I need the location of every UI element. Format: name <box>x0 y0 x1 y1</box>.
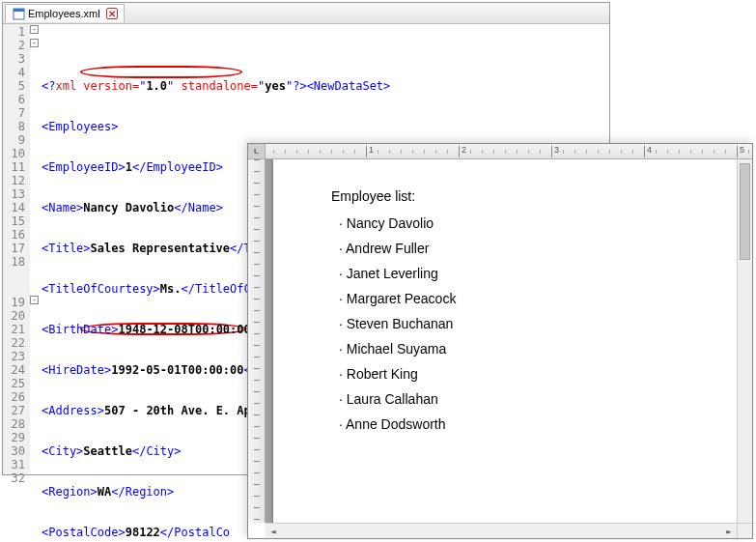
line-number: 15 <box>3 214 25 228</box>
list-item: · Andrew Fuller <box>339 241 679 256</box>
line-number <box>3 269 25 282</box>
line-number: 2 <box>3 39 25 52</box>
list-item: · Laura Callahan <box>339 391 679 407</box>
line-number: 1 <box>3 25 25 39</box>
line-number: 26 <box>3 390 25 404</box>
list-item: · Anne Dodsworth <box>339 416 679 432</box>
line-number: 25 <box>3 377 25 390</box>
list-item: · Margaret Peacock <box>339 291 679 306</box>
line-number: 16 <box>3 228 25 242</box>
ruler-label: 1 <box>369 145 374 155</box>
document-viewer-panel: L 12345 Employee list: · Nancy Davolio· … <box>247 143 753 539</box>
line-number: 18 <box>3 255 25 269</box>
line-number-gutter: 1234567891011121314151617181920212223242… <box>3 24 30 474</box>
line-number: 20 <box>3 309 25 323</box>
line-number: 4 <box>3 66 25 79</box>
line-number <box>3 282 25 296</box>
document-content-area: Employee list: · Nancy Davolio· Andrew F… <box>266 159 737 523</box>
line-number: 27 <box>3 404 25 417</box>
line-number: 11 <box>3 160 25 174</box>
scroll-left-icon[interactable]: ◄ <box>266 525 281 538</box>
list-item: · Robert King <box>339 366 679 382</box>
fold-column: - - - <box>30 24 40 474</box>
line-number: 9 <box>3 133 25 147</box>
line-number: 22 <box>3 336 25 350</box>
list-item: · Nancy Davolio <box>339 215 679 231</box>
doc-title: Employee list: <box>331 188 679 204</box>
ruler-label: 3 <box>554 145 559 155</box>
line-number: 31 <box>3 458 25 471</box>
line-number: 23 <box>3 350 25 363</box>
ruler-label: 5 <box>740 145 744 155</box>
vertical-scrollbar[interactable] <box>737 159 752 523</box>
highlight-circle <box>80 66 242 78</box>
line-number: 3 <box>3 52 25 66</box>
line-number: 19 <box>3 296 25 309</box>
line-number: 5 <box>3 79 25 93</box>
line-number: 12 <box>3 174 25 187</box>
ruler-corner: L <box>248 144 266 159</box>
fold-toggle[interactable]: - <box>30 25 39 34</box>
horizontal-ruler: 12345 <box>266 144 752 159</box>
list-item: · Michael Suyama <box>339 341 679 357</box>
line-number: 8 <box>3 120 25 133</box>
line-number: 17 <box>3 242 25 255</box>
xml-file-icon <box>12 7 25 20</box>
file-tab[interactable]: Employees.xml ✕ <box>5 4 125 22</box>
line-number: 7 <box>3 106 25 120</box>
tab-close-icon[interactable]: ✕ <box>106 8 118 19</box>
line-number: 28 <box>3 417 25 431</box>
list-item: · Janet Leverling <box>339 266 679 281</box>
scroll-corner <box>737 523 752 538</box>
svg-rect-1 <box>14 9 24 12</box>
line-number: 32 <box>3 471 25 485</box>
ruler-label: 4 <box>647 145 652 155</box>
fold-toggle[interactable]: - <box>30 296 39 304</box>
ruler-label: 2 <box>462 145 466 155</box>
line-number: 6 <box>3 93 25 106</box>
scrollbar-thumb[interactable] <box>740 163 750 260</box>
document-page: Employee list: · Nancy Davolio· Andrew F… <box>273 159 737 523</box>
line-number: 10 <box>3 147 25 160</box>
line-number: 30 <box>3 444 25 458</box>
horizontal-scrollbar[interactable]: ◄ ► <box>266 523 737 538</box>
scroll-right-icon[interactable]: ► <box>721 525 737 538</box>
list-item: · Steven Buchanan <box>339 316 679 331</box>
fold-toggle[interactable]: - <box>30 39 39 47</box>
line-number: 14 <box>3 201 25 214</box>
line-number: 21 <box>3 323 25 336</box>
tab-bar: Employees.xml ✕ <box>3 3 609 24</box>
tab-filename: Employees.xml <box>28 8 100 19</box>
line-number: 29 <box>3 431 25 444</box>
line-number: 13 <box>3 187 25 201</box>
line-number: 24 <box>3 363 25 377</box>
vertical-ruler <box>248 159 266 523</box>
